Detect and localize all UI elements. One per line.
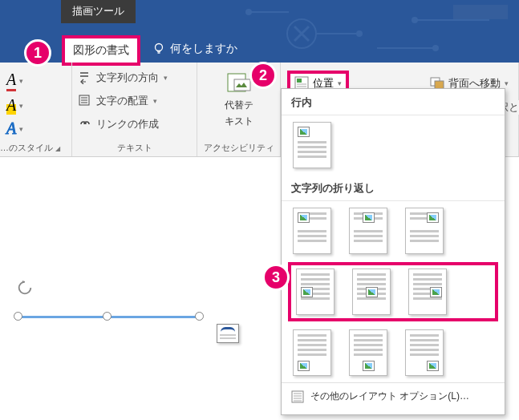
group-wordart-label: …のスタイル <box>0 143 53 152</box>
pos-bottom-center[interactable] <box>349 329 387 376</box>
layout-options-icon <box>291 390 304 403</box>
svg-point-6 <box>156 44 163 51</box>
group-wordart-styles: A▾ A▾ A▾ …のスタイル ◢ <box>0 63 72 156</box>
rotation-handle-icon[interactable] <box>16 279 34 297</box>
pos-middle-left[interactable] <box>296 269 335 315</box>
more-layout-options[interactable]: その他のレイアウト オプション(L)… <box>282 382 505 410</box>
layout-options-floating-button[interactable] <box>217 324 239 343</box>
pos-middle-row-highlighted <box>288 262 498 321</box>
annotation-badge-2: 2 <box>249 62 277 89</box>
position-dropdown: 行内 文字列の折り返し その他のレイアウト オプション(L)… <box>281 88 505 415</box>
pos-middle-center[interactable] <box>352 269 391 315</box>
annotation-badge-3: 3 <box>262 264 290 291</box>
dropdown-inline-header: 行内 <box>282 89 505 115</box>
text-outline-icon: A <box>6 96 16 115</box>
resize-handle-middle[interactable] <box>103 312 112 321</box>
annotation-badge-1: 1 <box>24 39 51 67</box>
ribbon-header: 描画ツール 図形の書式 何をしますか <box>0 0 519 63</box>
help-search[interactable]: 何をしますか <box>152 42 237 56</box>
align-text-button[interactable]: 文字の配置▾ <box>79 94 190 108</box>
pos-bottom-left[interactable] <box>293 329 331 376</box>
alt-text-icon <box>226 72 252 96</box>
create-link-button[interactable]: リンクの作成 <box>79 117 190 131</box>
text-outline-button[interactable]: A▾ <box>6 96 65 115</box>
pos-middle-right[interactable] <box>408 269 447 315</box>
pos-top-center[interactable] <box>349 208 387 254</box>
group-text: 文字列の方向▾ 文字の配置▾ リンクの作成 テキスト <box>72 63 197 156</box>
svg-point-0 <box>287 19 316 48</box>
dropdown-wrap-header: 文字列の折り返し <box>282 175 505 201</box>
text-direction-icon <box>79 71 91 84</box>
text-effects-icon: A <box>6 119 16 138</box>
group-accessibility-label: アクセシビリティ <box>197 142 280 154</box>
text-direction-button[interactable]: 文字列の方向▾ <box>79 71 190 85</box>
pos-top-right[interactable] <box>405 208 444 254</box>
link-icon <box>79 119 91 130</box>
group-text-label: テキスト <box>72 142 197 154</box>
tab-shape-format[interactable]: 図形の書式 <box>62 35 140 66</box>
align-text-icon <box>79 95 91 107</box>
svg-rect-11 <box>297 79 302 83</box>
resize-handle-left[interactable] <box>14 312 22 321</box>
svg-point-2 <box>246 10 251 14</box>
context-tab-drawing-tools[interactable]: 描画ツール <box>61 0 136 23</box>
pos-bottom-right[interactable] <box>405 329 444 376</box>
svg-point-1 <box>357 31 362 36</box>
resize-handle-right[interactable] <box>195 312 204 321</box>
text-fill-button[interactable]: A▾ <box>6 71 65 91</box>
svg-point-3 <box>433 46 438 50</box>
text-fill-icon: A <box>6 71 16 91</box>
help-search-label: 何をしますか <box>170 42 237 56</box>
text-effects-button[interactable]: A▾ <box>6 119 65 138</box>
lightbulb-icon <box>152 42 165 55</box>
svg-rect-5 <box>453 5 508 19</box>
pos-inline-option[interactable] <box>293 122 331 168</box>
svg-point-4 <box>412 18 417 22</box>
document-canvas[interactable] <box>0 157 281 420</box>
pos-top-left[interactable] <box>293 208 331 254</box>
